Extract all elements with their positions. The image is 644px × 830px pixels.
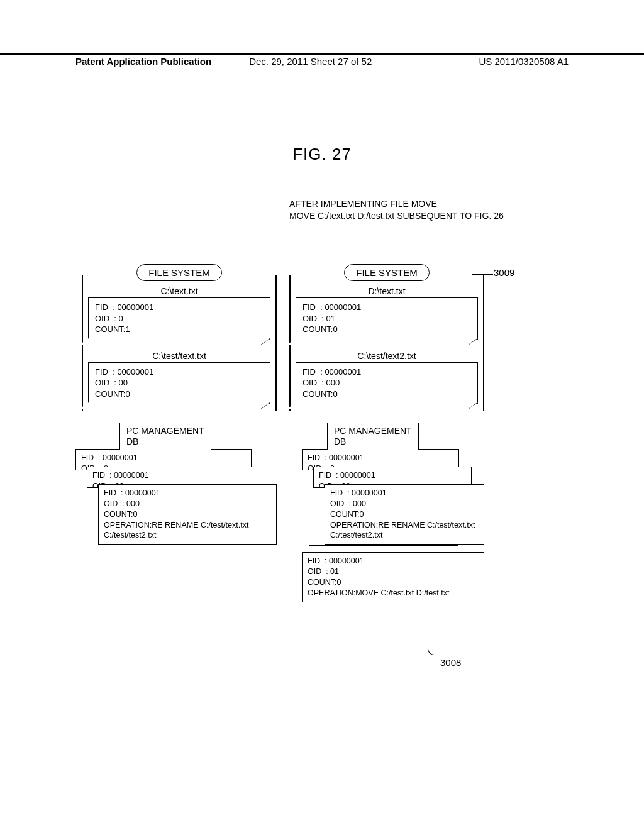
left-file2-oid: OID : 00 (95, 377, 264, 389)
left-file-group: C:\text.txt FID : 00000001 OID : 0 COUNT… (82, 275, 277, 411)
page-header: Patent Application Publication Dec. 29, … (0, 53, 644, 67)
right-file1-box: FID : 00000001 OID : 01 COUNT:0 (296, 297, 478, 340)
right-column: FILE SYSTEM D:\text.txt FID : 00000001 O… (289, 264, 484, 602)
right-file2-count: COUNT:0 (303, 389, 471, 400)
right-file2-oid: OID : 000 (303, 377, 471, 389)
column-divider (277, 173, 277, 663)
left-db-card-3: FID : 00000001 OID : 000 COUNT:0 OPERATI… (98, 484, 277, 545)
ref-3008-leader (428, 640, 436, 655)
right-file-group: D:\text.txt FID : 00000001 OID : 01 COUN… (289, 275, 484, 411)
left-file2-fid: FID : 00000001 (95, 367, 264, 378)
right-file1-oid: OID : 01 (303, 313, 471, 324)
figure-title: FIG. 27 (0, 145, 644, 164)
right-db-card-3: FID : 00000001 OID : 000 COUNT:0 OPERATI… (325, 484, 484, 545)
header-publication: Patent Application Publication (75, 56, 211, 67)
figure-caption: AFTER IMPLEMENTING FILE MOVE MOVE C:/tex… (289, 198, 491, 222)
left-file1-path: C:\text.txt (88, 286, 270, 296)
right-file2-path: C:\test/text2.txt (296, 351, 478, 361)
right-db-card-4: FID : 00000001 OID : 01 COUNT:0 OPERATIO… (302, 552, 484, 602)
right-file1-path: D:\text.txt (296, 286, 478, 296)
left-column: FILE SYSTEM C:\text.txt FID : 00000001 O… (82, 264, 277, 545)
right-file1-count: COUNT:0 (303, 324, 471, 335)
left-file1-count: COUNT:1 (95, 324, 264, 335)
file-system-label-left: FILE SYSTEM (136, 264, 222, 281)
left-file2-count: COUNT:0 (95, 389, 264, 400)
pc-management-label-left: PC MANAGEMENT DB (119, 423, 211, 450)
right-file2-fid: FID : 00000001 (303, 367, 471, 378)
right-file1-fid: FID : 00000001 (303, 302, 471, 313)
left-file1-oid: OID : 0 (95, 313, 264, 324)
right-file2-box: FID : 00000001 OID : 000 COUNT:0 (296, 362, 478, 404)
header-doc-number: US 2011/0320508 A1 (479, 56, 569, 67)
pc-management-label-right: PC MANAGEMENT DB (327, 423, 419, 450)
left-db-stack: FID : 00000001 OID : 0 FID : 00000001 OI… (75, 449, 277, 545)
ref-label-3008: 3008 (440, 657, 461, 668)
left-file1-box: FID : 00000001 OID : 0 COUNT:1 (88, 297, 270, 340)
left-file1-fid: FID : 00000001 (95, 302, 264, 313)
file-system-label-right: FILE SYSTEM (344, 264, 430, 281)
left-file2-path: C:\test/text.txt (88, 351, 270, 361)
ref-label-3009: 3009 (494, 267, 514, 278)
right-db-stack: FID : 00000001 OID : 0 FID : 00000001 OI… (302, 449, 484, 602)
left-file2-box: FID : 00000001 OID : 00 COUNT:0 (88, 362, 270, 404)
header-sheet-info: Dec. 29, 2011 Sheet 27 of 52 (249, 56, 372, 67)
